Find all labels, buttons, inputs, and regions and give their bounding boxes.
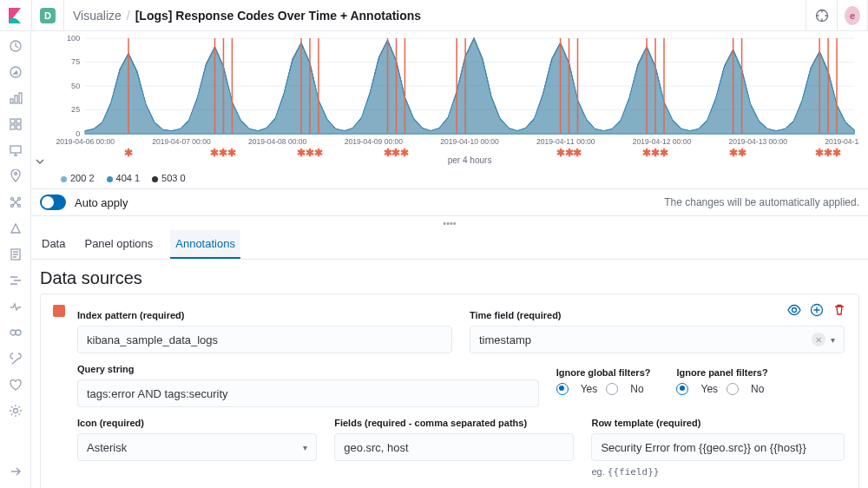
nav-dashboard-icon[interactable] bbox=[8, 116, 23, 132]
svg-text:✱: ✱ bbox=[210, 147, 219, 159]
nav-recent-icon[interactable] bbox=[8, 38, 23, 54]
svg-text:2019-04-10 00:00: 2019-04-10 00:00 bbox=[440, 137, 499, 146]
legend-item[interactable]: 404 1 bbox=[107, 173, 141, 183]
svg-text:✱: ✱ bbox=[815, 147, 824, 159]
tab-panel-options[interactable]: Panel options bbox=[82, 230, 155, 259]
svg-rect-6 bbox=[10, 119, 15, 123]
user-menu[interactable]: e bbox=[837, 0, 868, 31]
timeseries-chart: 02550751002019-04-06 00:002019-04-07 00:… bbox=[56, 35, 859, 165]
clear-icon[interactable]: ✕ bbox=[812, 333, 825, 346]
svg-text:2019-04-09 00:00: 2019-04-09 00:00 bbox=[345, 137, 404, 146]
fields-label: Fields (required - comma separated paths… bbox=[334, 418, 574, 428]
svg-point-19 bbox=[13, 409, 17, 413]
chart-legend: 200 2404 1503 0 bbox=[35, 169, 859, 183]
controls-strip: ✓ Auto apply The changes will be automat… bbox=[31, 188, 868, 216]
ignore-panel-yes-radio[interactable] bbox=[676, 383, 688, 395]
svg-text:✱: ✱ bbox=[651, 147, 660, 159]
row-template-hint: eg. {{field}} bbox=[591, 466, 845, 478]
breadcrumb-root[interactable]: Visualize bbox=[73, 9, 122, 23]
legend-item[interactable]: 200 2 bbox=[61, 173, 95, 183]
drag-handle-icon[interactable]: •••• bbox=[31, 216, 868, 230]
avatar[interactable]: e bbox=[845, 6, 860, 25]
nav-siem-icon[interactable] bbox=[8, 325, 23, 340]
kibana-logo[interactable] bbox=[0, 0, 31, 31]
svg-text:25: 25 bbox=[71, 106, 80, 115]
legend-item[interactable]: 503 0 bbox=[152, 173, 186, 183]
nav-discover-icon[interactable] bbox=[8, 64, 23, 80]
ignore-panel-no-radio[interactable] bbox=[727, 383, 739, 395]
query-string-input[interactable]: tags:error AND tags:security bbox=[77, 379, 539, 407]
nav-canvas-icon[interactable] bbox=[8, 142, 23, 158]
fields-input[interactable]: geo.src, host bbox=[334, 433, 574, 461]
nav-logs-icon[interactable] bbox=[8, 247, 23, 262]
time-field-select[interactable]: timestamp ✕▾ bbox=[470, 326, 845, 353]
nav-management-icon[interactable] bbox=[8, 403, 23, 419]
nav-devtools-icon[interactable] bbox=[8, 351, 23, 366]
svg-text:75: 75 bbox=[71, 58, 80, 67]
row-template-label: Row template (required) bbox=[591, 418, 845, 428]
delete-icon[interactable] bbox=[832, 303, 846, 320]
svg-text:per 4 hours: per 4 hours bbox=[448, 155, 492, 165]
ignore-global-no-radio[interactable] bbox=[606, 383, 618, 395]
svg-text:✱: ✱ bbox=[556, 147, 565, 159]
svg-rect-10 bbox=[10, 146, 21, 153]
svg-text:✱: ✱ bbox=[400, 147, 409, 159]
breadcrumb: Visualize / [Logs] Response Codes Over T… bbox=[73, 9, 421, 23]
nav-maps-icon[interactable] bbox=[8, 168, 23, 184]
svg-text:✱: ✱ bbox=[660, 147, 668, 159]
nav-monitor-icon[interactable] bbox=[8, 377, 23, 392]
svg-text:✱: ✱ bbox=[314, 147, 323, 159]
ignore-global-yes-radio[interactable] bbox=[556, 383, 569, 395]
nav-visualize-icon[interactable] bbox=[8, 90, 23, 106]
svg-rect-3 bbox=[10, 99, 13, 103]
nav-uptime-icon[interactable] bbox=[8, 299, 23, 314]
index-pattern-input[interactable]: kibana_sample_data_logs bbox=[77, 326, 452, 353]
svg-point-11 bbox=[14, 173, 16, 175]
svg-text:✱: ✱ bbox=[297, 147, 306, 159]
auto-apply-label: Auto apply bbox=[75, 196, 128, 209]
svg-text:✱: ✱ bbox=[824, 147, 832, 159]
breadcrumb-sep: / bbox=[127, 9, 130, 23]
visibility-icon[interactable] bbox=[787, 303, 801, 320]
breadcrumb-current: [Logs] Response Codes Over Time + Annota… bbox=[135, 9, 421, 23]
space-badge[interactable]: D bbox=[40, 8, 56, 23]
ignore-global-label: Ignore global filters? bbox=[556, 367, 651, 378]
tab-annotations[interactable]: Annotations bbox=[170, 230, 240, 259]
index-pattern-label: Index pattern (required) bbox=[77, 310, 452, 320]
add-icon[interactable] bbox=[810, 303, 824, 320]
nav-collapse-icon[interactable] bbox=[8, 464, 23, 479]
svg-text:2019-04-08 00:00: 2019-04-08 00:00 bbox=[248, 137, 307, 146]
svg-rect-4 bbox=[15, 96, 17, 103]
top-bar: D Visualize / [Logs] Response Codes Over… bbox=[0, 0, 868, 31]
annotation-color-swatch[interactable] bbox=[53, 305, 65, 317]
help-icon[interactable] bbox=[806, 0, 837, 31]
nav-infra-icon[interactable] bbox=[8, 221, 23, 236]
icon-select[interactable]: Asterisk ▾ bbox=[77, 433, 317, 461]
chevron-down-icon[interactable]: ▾ bbox=[831, 335, 835, 345]
chart-collapse-toggle[interactable] bbox=[35, 35, 56, 169]
svg-text:50: 50 bbox=[71, 82, 80, 90]
svg-rect-7 bbox=[16, 119, 21, 123]
svg-text:✱: ✱ bbox=[227, 147, 236, 159]
ignore-panel-label: Ignore panel filters? bbox=[676, 367, 767, 378]
chevron-down-icon[interactable]: ▾ bbox=[303, 443, 307, 452]
svg-text:2019-04-06 00:00: 2019-04-06 00:00 bbox=[56, 137, 115, 146]
auto-apply-toggle[interactable]: ✓ bbox=[40, 195, 66, 210]
svg-rect-8 bbox=[10, 125, 15, 129]
side-nav bbox=[0, 31, 31, 488]
svg-text:2019-04-14 00:00: 2019-04-14 00:00 bbox=[825, 137, 859, 146]
nav-apm-icon[interactable] bbox=[8, 273, 23, 288]
svg-text:✱: ✱ bbox=[219, 147, 227, 159]
chart-container: 02550751002019-04-06 00:002019-04-07 00:… bbox=[31, 31, 868, 183]
editor-tabs: Data Panel options Annotations bbox=[31, 230, 868, 260]
section-title: Data sources bbox=[31, 260, 868, 293]
svg-text:✱: ✱ bbox=[642, 147, 651, 159]
nav-ml-icon[interactable] bbox=[8, 195, 23, 210]
svg-point-18 bbox=[16, 330, 21, 335]
row-template-input[interactable]: Security Error from {{geo.src}} on {{hos… bbox=[591, 433, 845, 461]
svg-text:✱: ✱ bbox=[729, 147, 738, 159]
svg-rect-5 bbox=[19, 93, 22, 103]
tab-data[interactable]: Data bbox=[40, 230, 67, 259]
svg-text:2019-04-07 00:00: 2019-04-07 00:00 bbox=[152, 137, 211, 146]
svg-text:2019-04-13 00:00: 2019-04-13 00:00 bbox=[729, 137, 788, 146]
